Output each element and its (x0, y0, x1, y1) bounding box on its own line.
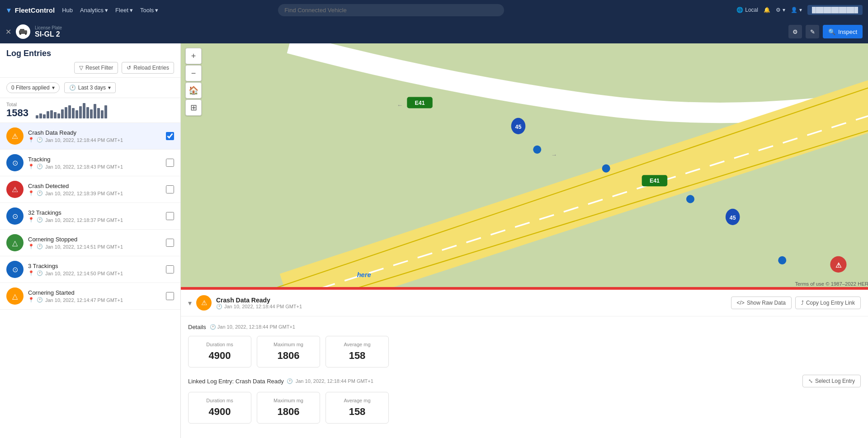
clock-icon: 🕐 (216, 304, 222, 310)
clock-icon: 🕐 (37, 217, 43, 223)
time-filter[interactable]: 🕐 Last 3 days ▾ (64, 82, 116, 93)
log-item-checkbox[interactable] (166, 132, 174, 140)
zoom-out-button[interactable]: − (185, 65, 202, 81)
inspect-button[interactable]: 🔍 Inspect (823, 25, 863, 38)
collapse-button[interactable]: ▾ (188, 299, 192, 307)
main-layout: Log Entries ▽ Reset Filter ↺ Reload Entr… (0, 43, 868, 438)
settings-vehicle-button[interactable]: ⚙ (788, 25, 802, 38)
reset-filter-button[interactable]: ▽ Reset Filter (74, 62, 118, 74)
svg-text:© 1987–2022 HERE, IGN, Deutsch: © 1987–2022 HERE, IGN, Deutschland (826, 281, 868, 287)
share-icon: ⤴ (801, 300, 804, 306)
log-item-time: Jan 10, 2022, 12:18:43 PM GMT+1 (45, 164, 123, 170)
metric-label: Duration ms (199, 342, 240, 347)
reload-icon: ↺ (127, 65, 131, 71)
log-item-checkbox[interactable] (166, 239, 174, 247)
log-item-name: 3 Trackings (28, 263, 161, 269)
gear-chevron-icon: ▾ (783, 7, 785, 13)
filters-applied-tag[interactable]: 0 Filters applied ▾ (6, 82, 60, 93)
home-button[interactable]: 🏠 (185, 82, 202, 99)
chart-bar (97, 108, 100, 118)
list-item[interactable]: ⚠ Crash Detected 📍 🕐 Jan 10, 2022, 12:18… (0, 176, 180, 203)
alerts-icon[interactable]: 🔔 (764, 7, 770, 13)
list-item[interactable]: △ Cornering Stopped 📍 🕐 Jan 10, 2022, 12… (0, 230, 180, 256)
metric-card: Maximum mg 1806 (257, 392, 320, 424)
list-item[interactable]: ⊙ 3 Trackings 📍 🕐 Jan 10, 2022, 12:14:50… (0, 256, 180, 283)
svg-point-13 (533, 146, 541, 154)
clock-icon: 🕐 (37, 137, 43, 143)
log-item-checkbox[interactable] (166, 212, 174, 220)
log-item-name: Tracking (28, 156, 161, 163)
total-label: Total (6, 102, 28, 107)
log-item-content: Cornering Stopped 📍 🕐 Jan 10, 2022, 12:1… (28, 236, 161, 250)
chart-bar (47, 111, 49, 118)
brand-logo[interactable]: ▼ FleetControl (5, 6, 55, 14)
log-title: Log Entries (6, 49, 174, 58)
log-item-time: Jan 10, 2022, 12:14:50 PM GMT+1 (45, 271, 123, 276)
log-item-checkbox[interactable] (166, 159, 174, 167)
nav-fleet[interactable]: Fleet ▾ (115, 7, 133, 14)
log-item-icon: ⊙ (6, 154, 24, 171)
svg-text:E41: E41 (650, 178, 660, 184)
settings-button[interactable]: ⚙ ▾ (776, 7, 785, 13)
location-icon: 📍 (28, 244, 34, 250)
svg-text:45: 45 (515, 124, 522, 130)
close-button[interactable]: ✕ (5, 28, 11, 36)
sidebar: Log Entries ▽ Reset Filter ↺ Reload Entr… (0, 43, 181, 438)
zoom-in-button[interactable]: + (185, 48, 202, 64)
vehicle-icon (16, 24, 30, 39)
show-raw-data-button[interactable]: </> Show Raw Data (731, 297, 792, 309)
svg-text:⚠: ⚠ (835, 262, 842, 269)
chart-bar (39, 113, 42, 118)
detail-event-icon: ⚠ (196, 295, 212, 311)
user-pill[interactable]: ████████████ (807, 5, 863, 15)
log-item-content: 3 Trackings 📍 🕐 Jan 10, 2022, 12:14:50 P… (28, 263, 161, 276)
log-item-meta: 📍 🕐 Jan 10, 2022, 12:14:47 PM GMT+1 (28, 297, 161, 303)
nav-analytics[interactable]: Analytics ▾ (80, 7, 108, 14)
map-svg: E41 E41 45 45 ⚠ ← → (181, 43, 868, 288)
linked-label: Linked Log Entry: Crash Data Ready 🕐 Jan… (188, 378, 373, 385)
list-item[interactable]: △ Cornering Started 📍 🕐 Jan 10, 2022, 12… (0, 283, 180, 310)
log-list: ⚠ Crash Data Ready 📍 🕐 Jan 10, 2022, 12:… (0, 123, 180, 438)
chart-bar (101, 110, 104, 118)
log-item-meta: 📍 🕐 Jan 10, 2022, 12:18:39 PM GMT+1 (28, 190, 161, 196)
nav-hub[interactable]: Hub (62, 7, 73, 14)
detail-header: ▾ ⚠ Crash Data Ready 🕐 Jan 10, 2022, 12:… (181, 290, 868, 316)
list-item[interactable]: ⚠ Crash Data Ready 📍 🕐 Jan 10, 2022, 12:… (0, 123, 180, 150)
chart-bar (72, 108, 75, 118)
log-item-content: Cornering Started 📍 🕐 Jan 10, 2022, 12:1… (28, 289, 161, 303)
nav-tools[interactable]: Tools ▾ (140, 7, 158, 14)
search-input[interactable] (278, 4, 504, 16)
metric-card: Duration ms 4900 (188, 392, 251, 424)
chart-bar (104, 105, 107, 118)
list-item[interactable]: ⊙ Tracking 📍 🕐 Jan 10, 2022, 12:18:43 PM… (0, 150, 180, 176)
metric-card: Average mg 158 (326, 336, 389, 367)
reload-entries-button[interactable]: ↺ Reload Entries (122, 62, 174, 74)
metric-label: Maximum mg (268, 398, 309, 403)
log-item-checkbox[interactable] (166, 185, 174, 193)
user-chevron-icon: ▾ (799, 7, 802, 13)
vehicle-plate-label: License Plate (35, 25, 784, 30)
locale-selector[interactable]: 🌐 Local (736, 7, 758, 13)
chart-bar (54, 112, 57, 118)
log-item-checkbox[interactable] (166, 265, 174, 273)
details-section-title: Details 🕐 Jan 10, 2022, 12:18:44 PM GMT+… (188, 324, 861, 330)
map-container[interactable]: E41 E41 45 45 ⚠ ← → (181, 43, 868, 288)
chart-bar (90, 109, 93, 118)
chart-bar (61, 109, 64, 118)
metric-value: 158 (337, 406, 377, 418)
clock-icon: 🕐 (37, 164, 43, 170)
tools-chevron-icon: ▾ (155, 7, 158, 14)
globe-icon: 🌐 (736, 7, 743, 13)
list-item[interactable]: ⊙ 32 Trackings 📍 🕐 Jan 10, 2022, 12:18:3… (0, 203, 180, 230)
log-item-time: Jan 10, 2022, 12:18:39 PM GMT+1 (45, 191, 123, 196)
user-menu[interactable]: 👤 ▾ (791, 7, 802, 13)
edit-vehicle-button[interactable]: ✎ (806, 25, 819, 38)
select-log-entry-button[interactable]: ⤡ Select Log Entry (802, 375, 861, 387)
metric-value: 4900 (199, 406, 240, 418)
metric-label: Duration ms (199, 398, 240, 403)
log-item-icon: ⚠ (6, 127, 24, 145)
log-item-checkbox[interactable] (166, 292, 174, 300)
filter-chevron-icon: ▾ (52, 85, 55, 91)
copy-log-link-button[interactable]: ⤴ Copy Log Entry Link (795, 297, 861, 309)
layers-button[interactable]: ⊞ (185, 99, 202, 116)
